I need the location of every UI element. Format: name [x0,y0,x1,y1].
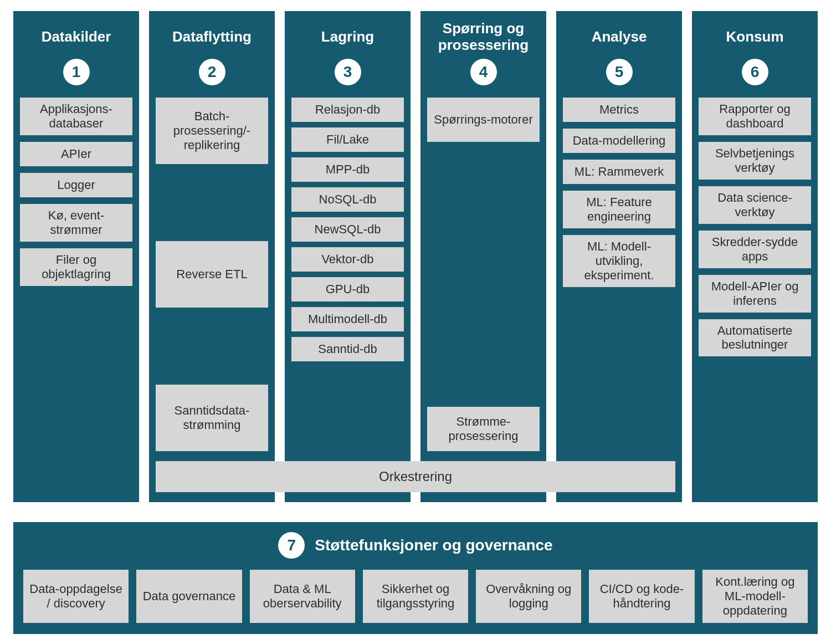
item-newsql-db: NewSQL-db [291,217,404,242]
item-reverse-etl: Reverse ETL [156,241,268,308]
column-title: Lagring [321,19,374,55]
column-items: Applikasjons-databaser APIer Logger Kø, … [20,98,132,492]
item-apier: APIer [20,142,132,166]
column-number-badge: 2 [199,59,225,85]
item-relasjon-db: Relasjon-db [291,98,404,122]
item-data-oppdagelse: Data-oppdagelse / discovery [23,570,129,623]
column-title: Dataflytting [172,19,252,55]
item-ml-feature-engineering: ML: Feature engineering [563,191,675,228]
item-ml-rammeverk: ML: Rammeverk [563,160,675,184]
column-sporring-prosessering: Spørring og prosessering 4 Spørrings-mot… [420,11,546,502]
item-selvbetjeningsverktoy: Selvbetjenings verktøy [699,142,811,180]
column-items: Metrics Data-modellering ML: Rammeverk M… [563,98,675,492]
item-sporringsmotorer: Spørrings-motorer [427,98,540,142]
column-konsum: Konsum 6 Rapporter og dashboard Selvbetj… [692,11,818,502]
column-number-badge: 1 [63,59,90,85]
column-title: Datakilder [42,19,111,55]
item-multimodell-db: Multimodell-db [291,307,404,331]
item-mpp-db: MPP-db [291,157,404,182]
item-datamodellering: Data-modellering [563,129,675,153]
item-applikasjonsdatabaser: Applikasjons-databaser [20,98,132,135]
spacer [427,149,540,400]
item-datascience-verktoy: Data science-verktøy [699,186,811,224]
item-automatiserte-beslutninger: Automatiserte beslutninger [699,319,811,357]
column-number-badge: 4 [470,59,497,85]
column-analyse: Analyse 5 Metrics Data-modellering ML: R… [556,11,682,502]
item-metrics: Metrics [563,98,675,122]
column-number-badge: 6 [742,59,768,85]
bottom-number-badge: 7 [278,532,305,559]
item-nosql-db: NoSQL-db [291,187,404,212]
item-gpu-db: GPU-db [291,277,404,301]
item-overvakning-logging: Overvåkning og logging [476,570,581,623]
bottom-items: Data-oppdagelse / discovery Data governa… [23,570,808,623]
column-items: Relasjon-db Fil/Lake MPP-db NoSQL-db New… [291,98,404,492]
column-datakilder: Datakilder 1 Applikasjons-databaser APIe… [13,11,139,502]
column-title: Konsum [726,19,784,55]
column-number-badge: 5 [606,59,633,85]
bottom-section: 7 Støttefunksjoner og governance Data-op… [13,522,818,634]
column-items: Spørrings-motorer Strømme-prosessering [427,98,540,492]
item-data-governance: Data governance [136,570,242,623]
item-skreddersydde-apps: Skredder-sydde apps [699,231,811,268]
item-sanntid-db: Sanntid-db [291,337,404,361]
item-filer-objektlagring: Filer og objektlagring [20,248,132,286]
bottom-title: Støttefunksjoner og governance [315,536,552,554]
column-title: Spørring og prosessering [427,19,540,55]
column-lagring: Lagring 3 Relasjon-db Fil/Lake MPP-db No… [285,11,411,502]
item-rapporter-dashboard: Rapporter og dashboard [699,98,811,135]
item-logger: Logger [20,173,132,197]
item-data-ml-observability: Data & ML oberservability [250,570,355,623]
orkestrering-bar: Orkestrering [156,461,675,492]
item-fil-lake: Fil/Lake [291,127,404,152]
item-stromme-prosessering: Strømme-prosessering [427,407,540,451]
item-ml-modellutvikling: ML: Modell-utvikling, eksperiment. [563,235,675,287]
item-sanntidsdata-stromming: Sanntidsdata-strømming [156,385,268,451]
item-batch-prosessering: Batch-prosessering/-replikering [156,98,268,164]
column-number-badge: 3 [335,59,361,85]
top-columns-row: Datakilder 1 Applikasjons-databaser APIe… [13,11,818,502]
column-items: Rapporter og dashboard Selvbetjenings ve… [699,98,811,492]
item-ko-eventstrommer: Kø, event-strømmer [20,204,132,242]
bottom-header: 7 Støttefunksjoner og governance [23,532,808,559]
item-modell-apier-inferens: Modell-APIer og inferens [699,275,811,313]
item-cicd-kodehandtering: CI/CD og kode-håndtering [589,570,694,623]
column-title: Analyse [592,19,647,55]
item-sikkerhet-tilgangsstyring: Sikkerhet og tilgangsstyring [363,570,468,623]
column-items: Batch-prosessering/-replikering Reverse … [156,98,268,492]
item-vektor-db: Vektor-db [291,247,404,272]
column-dataflytting: Dataflytting 2 Batch-prosessering/-repli… [149,11,275,502]
item-kontlaering-mlmodell: Kont.læring og ML-modell-oppdatering [702,570,808,623]
